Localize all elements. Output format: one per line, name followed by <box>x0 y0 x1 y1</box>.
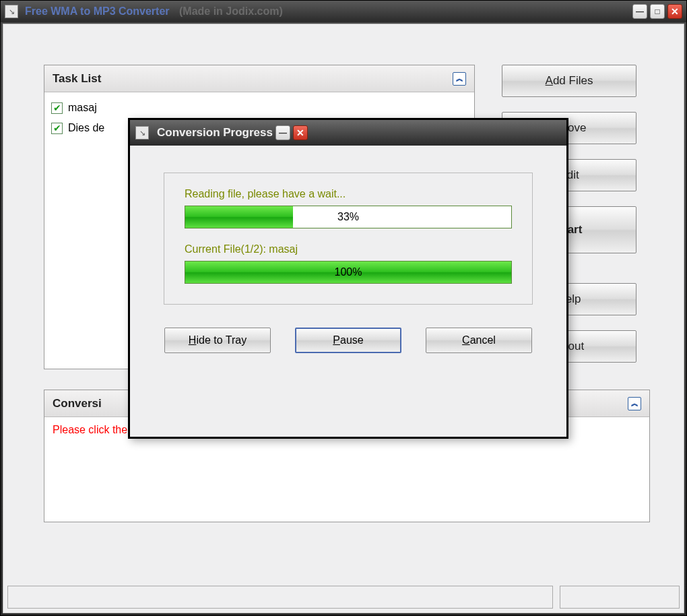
check-icon: ✔ <box>53 100 61 116</box>
maximize-icon: □ <box>655 7 659 16</box>
close-icon: ✕ <box>671 6 679 17</box>
check-icon: ✔ <box>53 120 61 136</box>
chevron-up-icon: ︽ <box>456 73 463 84</box>
conversion-log-title: Conversi <box>53 397 102 410</box>
status-bar <box>7 586 680 609</box>
reading-label: Reading file, please have a wait... <box>185 188 512 200</box>
overall-progress-bar: 33% <box>185 206 512 228</box>
task-checkbox[interactable]: ✔ <box>51 102 63 114</box>
maximize-button[interactable]: □ <box>650 4 665 19</box>
conversion-progress-dialog: ↘ Conversion Progress — ✕ Reading file, … <box>128 118 568 439</box>
task-checkbox[interactable]: ✔ <box>51 123 63 134</box>
minimize-icon: — <box>636 7 644 16</box>
dialog-button-row: Hide to Tray Pause Cancel <box>130 328 566 353</box>
status-cell-1 <box>7 586 553 609</box>
overall-progress-fill <box>185 206 293 228</box>
dialog-title: Conversion Progress <box>157 126 273 140</box>
cancel-button[interactable]: Cancel <box>426 328 532 353</box>
current-progress-bar: 100% <box>185 261 512 284</box>
main-titlebar[interactable]: ↘ Free WMA to MP3 Converter (Made in Jod… <box>1 1 686 22</box>
dialog-app-icon: ↘ <box>135 126 149 140</box>
app-subtitle-text: (Made in Jodix.com) <box>179 5 283 17</box>
btn-label: dd Files <box>553 74 593 87</box>
pause-button[interactable]: Pause <box>295 328 401 353</box>
close-button[interactable]: ✕ <box>667 4 682 19</box>
add-files-button[interactable]: Add Files <box>502 65 636 97</box>
current-progress-pct: 100% <box>335 266 362 278</box>
progress-frame: Reading file, please have a wait... 33% … <box>164 173 533 305</box>
list-item[interactable]: ✔ masaj <box>51 98 467 118</box>
main-title: Free WMA to MP3 Converter (Made in Jodix… <box>25 5 283 18</box>
dialog-minimize-button[interactable]: — <box>275 125 290 140</box>
dialog-body: Reading file, please have a wait... 33% … <box>130 146 566 437</box>
status-cell-2 <box>560 586 680 609</box>
btn-label: ancel <box>470 334 496 346</box>
btn-label: dit <box>567 168 579 181</box>
dialog-titlebar[interactable]: ↘ Conversion Progress — ✕ <box>130 120 566 146</box>
overall-progress-pct: 33% <box>337 211 359 223</box>
current-file-label: Current File(1/2): masaj <box>185 243 512 255</box>
task-name: masaj <box>68 100 97 116</box>
collapse-tasklist-button[interactable]: ︽ <box>453 72 466 86</box>
close-icon: ✕ <box>296 127 304 138</box>
task-list-header: Task List ︽ <box>44 65 474 92</box>
chevron-up-icon: ︽ <box>631 398 639 408</box>
btn-label: ide to Tray <box>196 334 247 346</box>
hide-to-tray-button[interactable]: Hide to Tray <box>164 328 271 353</box>
minimize-icon: — <box>279 128 287 137</box>
app-title-text: Free WMA to MP3 Converter <box>25 5 170 17</box>
task-name: Dies de <box>68 120 104 136</box>
minimize-button[interactable]: — <box>632 4 647 19</box>
dialog-close-button[interactable]: ✕ <box>293 125 308 140</box>
app-icon: ↘ <box>5 5 18 18</box>
btn-label: ause <box>340 334 364 346</box>
collapse-log-button[interactable]: ︽ <box>628 397 641 410</box>
task-list-title: Task List <box>53 72 101 86</box>
